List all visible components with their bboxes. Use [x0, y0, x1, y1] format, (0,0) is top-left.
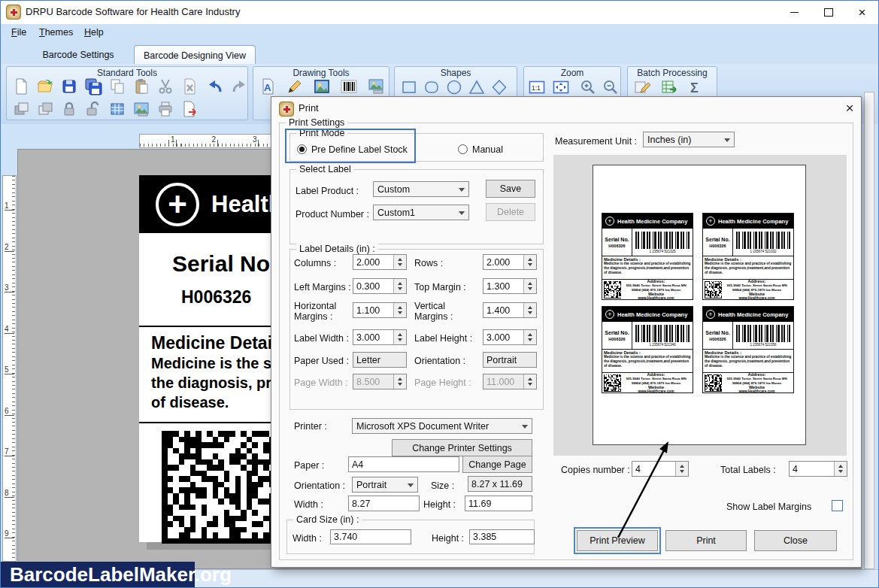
label-width-spinner[interactable]	[393, 330, 406, 344]
manual-label[interactable]: Manual	[472, 144, 503, 155]
tab-barcode-designing-view[interactable]: Barcode Designing View	[134, 45, 256, 65]
paper-input[interactable]: A4	[348, 456, 459, 472]
top-margin-spinner[interactable]	[523, 279, 536, 293]
vertical-scrollbar[interactable]	[864, 92, 874, 569]
total-labels-input[interactable]: 4	[789, 461, 847, 477]
left-margins-value[interactable]: 0.300	[353, 279, 393, 293]
manual-radio[interactable]	[458, 144, 468, 154]
send-to-back-icon[interactable]	[36, 100, 54, 118]
open-file-icon[interactable]	[36, 77, 54, 95]
copies-number-input[interactable]: 4	[632, 461, 689, 477]
label-product-combo[interactable]: Custom	[373, 181, 469, 197]
horizontal-margins-value[interactable]: 1.100	[353, 303, 393, 317]
printer-width-input[interactable]: 8.27	[348, 496, 420, 511]
redo-icon[interactable]	[230, 77, 248, 95]
change-printer-settings-button[interactable]: Change Printer Settings	[392, 439, 532, 456]
label-height-spinner[interactable]	[523, 330, 536, 344]
dialog-close-icon[interactable]: ×	[841, 100, 858, 117]
save-all-icon[interactable]	[84, 77, 102, 95]
grid-icon[interactable]	[108, 100, 126, 118]
image-tool-icon[interactable]	[313, 77, 331, 95]
page-width-input: 8.500	[353, 374, 407, 389]
card-height-input[interactable]: 3.385	[469, 529, 535, 544]
measurement-unit-combo[interactable]: Inches (in)	[643, 132, 735, 147]
total-labels-spinner[interactable]	[834, 462, 847, 476]
lock-icon[interactable]	[60, 100, 78, 118]
details-text: Medicine is the science and practice of …	[705, 262, 792, 274]
save-icon[interactable]	[60, 77, 78, 95]
triangle-shape-icon[interactable]	[468, 78, 486, 96]
copies-number-value[interactable]: 4	[632, 462, 675, 476]
chevron-down-icon	[459, 188, 465, 195]
show-label-margins-checkbox[interactable]	[832, 500, 843, 511]
change-page-button[interactable]: Change Page	[462, 456, 532, 473]
horizontal-margins-input[interactable]: 1.100	[353, 302, 407, 318]
diamond-shape-icon[interactable]	[490, 78, 508, 96]
bring-to-front-icon[interactable]	[12, 100, 30, 118]
rectangle-shape-icon[interactable]	[400, 78, 418, 96]
card-width-input[interactable]: 3.740	[330, 529, 411, 544]
horizontal-margins-spinner[interactable]	[393, 303, 406, 317]
unlock-icon[interactable]	[84, 100, 102, 118]
vertical-margins-input[interactable]: 1.400	[483, 302, 537, 318]
menu-themes[interactable]: Themes	[39, 27, 73, 38]
total-labels-value[interactable]: 4	[790, 462, 834, 476]
print-button[interactable]: Print	[665, 530, 747, 551]
minimize-button[interactable]	[777, 0, 811, 24]
export-icon[interactable]	[180, 100, 199, 118]
undo-icon[interactable]	[206, 77, 224, 95]
new-document-icon[interactable]	[12, 77, 30, 95]
print-preview-button[interactable]: Print Preview	[577, 530, 658, 551]
close-dialog-button[interactable]: Close	[754, 530, 837, 551]
tab-barcode-settings[interactable]: Barcode Settings	[23, 45, 134, 64]
menu-file[interactable]: File	[11, 27, 26, 38]
print-tool-icon[interactable]	[156, 100, 174, 118]
copy-icon[interactable]	[108, 77, 126, 95]
text-tool-icon[interactable]: A	[259, 77, 277, 95]
columns-value[interactable]: 2.000	[353, 255, 393, 269]
printer-height-input[interactable]: 11.69	[465, 496, 532, 511]
columns-input[interactable]: 2.000	[353, 254, 407, 270]
delete-icon[interactable]	[180, 77, 199, 95]
rows-value[interactable]: 2.000	[483, 255, 523, 269]
zoom-out-icon[interactable]	[602, 78, 620, 96]
columns-spinner[interactable]	[393, 255, 406, 269]
menu-help[interactable]: Help	[84, 27, 104, 38]
orientation-combo[interactable]: Portrait	[352, 477, 418, 493]
ellipse-shape-icon[interactable]	[445, 78, 463, 96]
rows-input[interactable]: 2.000	[483, 254, 537, 270]
printer-combo[interactable]: Microsoft XPS Document Writer	[352, 418, 532, 434]
copies-number-spinner[interactable]	[675, 462, 688, 476]
top-margin-input[interactable]: 1.300	[483, 278, 537, 294]
save-button[interactable]: Save	[486, 180, 535, 198]
close-button[interactable]: ×	[845, 0, 879, 24]
sum-icon[interactable]: Σ	[687, 78, 705, 96]
batch-data-edit-icon[interactable]	[633, 78, 651, 96]
paste-icon[interactable]	[132, 77, 150, 95]
vertical-margins-value[interactable]: 1.400	[483, 303, 523, 317]
pre-define-label-stock-radio[interactable]	[297, 144, 307, 154]
actual-size-icon[interactable]: 1:1	[528, 78, 546, 96]
excel-export-icon[interactable]	[660, 78, 678, 96]
label-width-value[interactable]: 3.000	[353, 330, 393, 344]
cut-icon[interactable]	[156, 77, 174, 95]
picture-display-icon[interactable]	[132, 100, 150, 118]
label-height-value[interactable]: 3.000	[483, 330, 523, 344]
delete-button[interactable]: Delete	[486, 203, 535, 221]
top-margin-value[interactable]: 1.300	[483, 279, 523, 293]
zoom-in-icon[interactable]	[579, 78, 597, 96]
maximize-button[interactable]	[811, 0, 845, 24]
fit-to-window-icon[interactable]	[552, 78, 570, 96]
pre-define-label-stock-label[interactable]: Pre Define Label Stock	[311, 144, 408, 155]
vertical-margins-spinner[interactable]	[523, 303, 536, 317]
left-margins-spinner[interactable]	[393, 279, 406, 293]
rounded-rectangle-shape-icon[interactable]	[423, 78, 441, 96]
pencil-tool-icon[interactable]	[286, 77, 304, 95]
product-number-combo[interactable]: Custom1	[373, 205, 469, 220]
left-margins-input[interactable]: 0.300	[353, 278, 407, 294]
rows-spinner[interactable]	[523, 255, 536, 269]
barcode-tool-icon[interactable]	[340, 77, 358, 95]
label-width-input[interactable]: 3.000	[353, 329, 407, 345]
image-export-icon[interactable]	[367, 77, 385, 95]
label-height-input[interactable]: 3.000	[483, 329, 537, 345]
